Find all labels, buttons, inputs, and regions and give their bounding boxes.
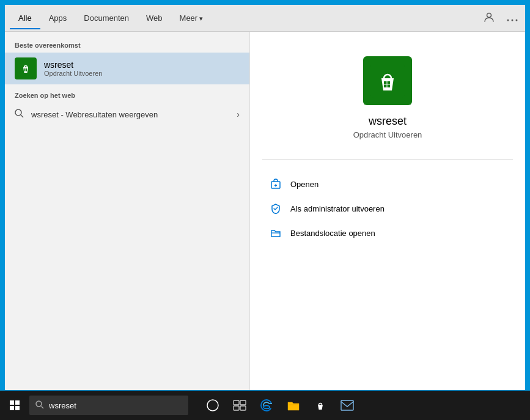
tab-meer[interactable]: Meer bbox=[171, 7, 212, 29]
svg-rect-15 bbox=[388, 85, 391, 88]
action-location-label: Bestandslocatie openen bbox=[290, 229, 375, 238]
edge-button[interactable] bbox=[254, 391, 279, 420]
chevron-down-icon bbox=[199, 13, 203, 23]
person-icon[interactable] bbox=[481, 9, 497, 28]
svg-rect-12 bbox=[384, 81, 387, 84]
right-panel: wsreset Opdracht Uitvoeren Openen bbox=[249, 32, 525, 390]
file-explorer-button[interactable] bbox=[281, 391, 306, 420]
taskview-button[interactable] bbox=[201, 391, 225, 420]
web-arrow-icon: › bbox=[237, 109, 240, 119]
tab-alle[interactable]: Alle bbox=[10, 7, 40, 29]
search-icon bbox=[15, 109, 24, 120]
svg-point-9 bbox=[15, 109, 21, 116]
svg-rect-20 bbox=[234, 400, 239, 405]
best-result-item[interactable]: wsreset Opdracht Uitvoeren bbox=[5, 53, 249, 84]
action-location[interactable]: Bestandslocatie openen bbox=[262, 221, 513, 245]
divider bbox=[262, 159, 513, 160]
right-app-title: wsreset bbox=[369, 115, 407, 128]
open-icon bbox=[270, 178, 282, 190]
svg-rect-8 bbox=[26, 70, 27, 72]
section-best-label: Beste overeenkomst bbox=[5, 39, 249, 53]
svg-point-0 bbox=[487, 13, 491, 17]
best-result-info: wsreset Opdracht Uitvoeren bbox=[44, 60, 102, 77]
svg-point-17 bbox=[36, 401, 42, 407]
web-result-text: wsreset - Webresultaten weergeven bbox=[31, 110, 229, 119]
best-result-sub: Opdracht Uitvoeren bbox=[44, 70, 102, 77]
action-admin[interactable]: Als administrator uitvoeren bbox=[262, 196, 513, 221]
tab-apps[interactable]: Apps bbox=[40, 7, 76, 29]
right-app-subtitle: Opdracht Uitvoeren bbox=[353, 130, 422, 139]
mail-button[interactable] bbox=[335, 391, 359, 420]
search-window: Alle Apps Documenten Web Meer bbox=[5, 5, 525, 390]
tab-bar-right bbox=[481, 9, 520, 28]
svg-rect-5 bbox=[24, 68, 26, 70]
app-icon-large bbox=[363, 56, 412, 105]
svg-rect-6 bbox=[26, 68, 27, 70]
svg-point-2 bbox=[512, 19, 513, 21]
tab-documenten[interactable]: Documenten bbox=[75, 7, 138, 29]
svg-point-19 bbox=[207, 400, 218, 411]
taskbar-search-box[interactable]: wsreset bbox=[29, 396, 188, 415]
app-icon-small bbox=[15, 57, 37, 79]
svg-point-3 bbox=[516, 19, 518, 21]
section-web-label: Zoeken op het web bbox=[5, 89, 249, 103]
content-area: Beste overeenkomst bbox=[5, 32, 525, 390]
svg-point-24 bbox=[263, 406, 270, 409]
action-open[interactable]: Openen bbox=[262, 172, 513, 196]
svg-rect-7 bbox=[24, 70, 26, 72]
taskbar-icons bbox=[201, 391, 359, 420]
taskbar-search-icon bbox=[35, 400, 44, 411]
more-icon[interactable] bbox=[504, 10, 520, 26]
action-admin-label: Als administrator uitvoeren bbox=[290, 204, 385, 213]
svg-rect-21 bbox=[240, 400, 246, 405]
action-open-label: Openen bbox=[290, 180, 318, 189]
svg-rect-14 bbox=[384, 85, 387, 88]
svg-rect-22 bbox=[234, 406, 239, 410]
svg-point-1 bbox=[507, 19, 509, 21]
tab-web[interactable]: Web bbox=[138, 7, 171, 29]
shield-icon bbox=[270, 202, 282, 215]
web-search-item[interactable]: wsreset - Webresultaten weergeven › bbox=[5, 103, 249, 126]
svg-rect-23 bbox=[240, 406, 246, 410]
svg-line-18 bbox=[42, 406, 44, 408]
svg-line-10 bbox=[21, 115, 23, 117]
start-button[interactable] bbox=[0, 391, 29, 420]
left-panel: Beste overeenkomst bbox=[5, 32, 249, 390]
svg-rect-26 bbox=[341, 400, 353, 410]
best-result-name: wsreset bbox=[44, 60, 102, 70]
taskbar: wsreset bbox=[0, 391, 530, 420]
tab-bar: Alle Apps Documenten Web Meer bbox=[5, 5, 525, 32]
windows-icon bbox=[10, 400, 20, 410]
folder-open-icon bbox=[270, 227, 282, 239]
store-button[interactable] bbox=[308, 391, 333, 420]
taskbar-search-value: wsreset bbox=[49, 401, 76, 410]
action-list: Openen Als administrator uitvoeren bbox=[250, 172, 525, 245]
virtual-desktops-button[interactable] bbox=[227, 391, 252, 420]
svg-rect-13 bbox=[388, 81, 391, 84]
